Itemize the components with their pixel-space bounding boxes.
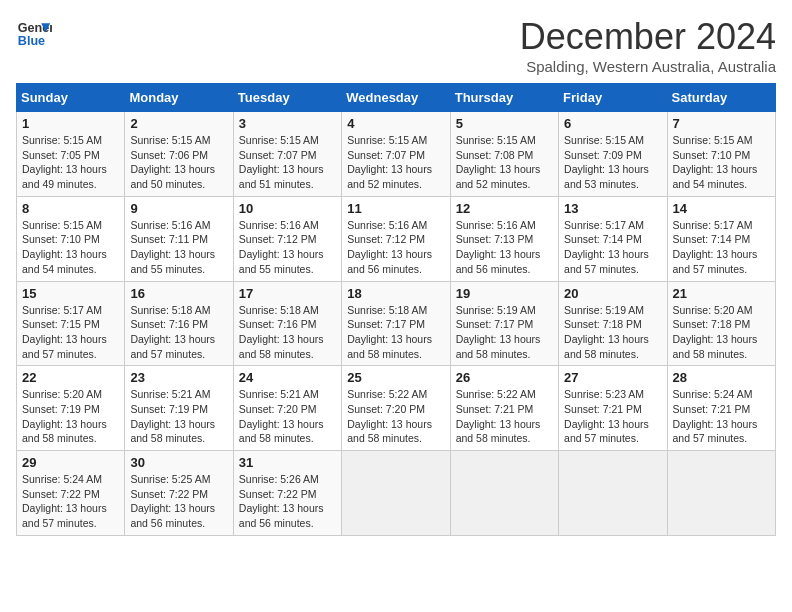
day-number: 17 [239, 286, 336, 301]
day-number: 16 [130, 286, 227, 301]
day-info: Sunrise: 5:19 AM Sunset: 7:17 PM Dayligh… [456, 303, 553, 362]
day-cell: 14Sunrise: 5:17 AM Sunset: 7:14 PM Dayli… [667, 196, 775, 281]
day-number: 23 [130, 370, 227, 385]
day-info: Sunrise: 5:17 AM Sunset: 7:14 PM Dayligh… [564, 218, 661, 277]
day-cell [342, 451, 450, 536]
day-cell: 26Sunrise: 5:22 AM Sunset: 7:21 PM Dayli… [450, 366, 558, 451]
day-info: Sunrise: 5:24 AM Sunset: 7:21 PM Dayligh… [673, 387, 770, 446]
day-info: Sunrise: 5:18 AM Sunset: 7:16 PM Dayligh… [130, 303, 227, 362]
day-cell: 16Sunrise: 5:18 AM Sunset: 7:16 PM Dayli… [125, 281, 233, 366]
day-info: Sunrise: 5:22 AM Sunset: 7:21 PM Dayligh… [456, 387, 553, 446]
day-info: Sunrise: 5:16 AM Sunset: 7:13 PM Dayligh… [456, 218, 553, 277]
day-info: Sunrise: 5:17 AM Sunset: 7:15 PM Dayligh… [22, 303, 119, 362]
day-number: 11 [347, 201, 444, 216]
day-number: 30 [130, 455, 227, 470]
day-number: 28 [673, 370, 770, 385]
day-info: Sunrise: 5:16 AM Sunset: 7:11 PM Dayligh… [130, 218, 227, 277]
day-header-saturday: Saturday [667, 84, 775, 112]
logo-icon: General Blue [16, 16, 52, 52]
day-info: Sunrise: 5:15 AM Sunset: 7:08 PM Dayligh… [456, 133, 553, 192]
day-number: 15 [22, 286, 119, 301]
day-number: 22 [22, 370, 119, 385]
week-row-2: 8Sunrise: 5:15 AM Sunset: 7:10 PM Daylig… [17, 196, 776, 281]
header-row: SundayMondayTuesdayWednesdayThursdayFrid… [17, 84, 776, 112]
day-cell: 3Sunrise: 5:15 AM Sunset: 7:07 PM Daylig… [233, 112, 341, 197]
day-number: 5 [456, 116, 553, 131]
day-cell: 30Sunrise: 5:25 AM Sunset: 7:22 PM Dayli… [125, 451, 233, 536]
week-row-5: 29Sunrise: 5:24 AM Sunset: 7:22 PM Dayli… [17, 451, 776, 536]
day-number: 18 [347, 286, 444, 301]
day-header-sunday: Sunday [17, 84, 125, 112]
day-number: 26 [456, 370, 553, 385]
day-number: 13 [564, 201, 661, 216]
day-number: 3 [239, 116, 336, 131]
day-cell: 25Sunrise: 5:22 AM Sunset: 7:20 PM Dayli… [342, 366, 450, 451]
day-cell: 24Sunrise: 5:21 AM Sunset: 7:20 PM Dayli… [233, 366, 341, 451]
day-cell: 19Sunrise: 5:19 AM Sunset: 7:17 PM Dayli… [450, 281, 558, 366]
day-cell: 1Sunrise: 5:15 AM Sunset: 7:05 PM Daylig… [17, 112, 125, 197]
day-number: 10 [239, 201, 336, 216]
day-info: Sunrise: 5:18 AM Sunset: 7:17 PM Dayligh… [347, 303, 444, 362]
day-number: 2 [130, 116, 227, 131]
day-number: 29 [22, 455, 119, 470]
day-cell: 17Sunrise: 5:18 AM Sunset: 7:16 PM Dayli… [233, 281, 341, 366]
day-info: Sunrise: 5:20 AM Sunset: 7:18 PM Dayligh… [673, 303, 770, 362]
day-info: Sunrise: 5:15 AM Sunset: 7:10 PM Dayligh… [22, 218, 119, 277]
title-block: December 2024 Spalding, Western Australi… [520, 16, 776, 75]
calendar-table: SundayMondayTuesdayWednesdayThursdayFrid… [16, 83, 776, 536]
day-header-tuesday: Tuesday [233, 84, 341, 112]
day-number: 19 [456, 286, 553, 301]
day-cell [667, 451, 775, 536]
week-row-4: 22Sunrise: 5:20 AM Sunset: 7:19 PM Dayli… [17, 366, 776, 451]
day-number: 1 [22, 116, 119, 131]
day-info: Sunrise: 5:15 AM Sunset: 7:09 PM Dayligh… [564, 133, 661, 192]
day-cell: 12Sunrise: 5:16 AM Sunset: 7:13 PM Dayli… [450, 196, 558, 281]
day-info: Sunrise: 5:23 AM Sunset: 7:21 PM Dayligh… [564, 387, 661, 446]
day-cell: 22Sunrise: 5:20 AM Sunset: 7:19 PM Dayli… [17, 366, 125, 451]
day-cell: 15Sunrise: 5:17 AM Sunset: 7:15 PM Dayli… [17, 281, 125, 366]
week-row-3: 15Sunrise: 5:17 AM Sunset: 7:15 PM Dayli… [17, 281, 776, 366]
day-info: Sunrise: 5:17 AM Sunset: 7:14 PM Dayligh… [673, 218, 770, 277]
day-info: Sunrise: 5:21 AM Sunset: 7:19 PM Dayligh… [130, 387, 227, 446]
day-number: 27 [564, 370, 661, 385]
day-cell: 20Sunrise: 5:19 AM Sunset: 7:18 PM Dayli… [559, 281, 667, 366]
day-cell: 28Sunrise: 5:24 AM Sunset: 7:21 PM Dayli… [667, 366, 775, 451]
day-info: Sunrise: 5:15 AM Sunset: 7:07 PM Dayligh… [239, 133, 336, 192]
day-number: 14 [673, 201, 770, 216]
day-cell: 27Sunrise: 5:23 AM Sunset: 7:21 PM Dayli… [559, 366, 667, 451]
day-number: 31 [239, 455, 336, 470]
day-cell: 11Sunrise: 5:16 AM Sunset: 7:12 PM Dayli… [342, 196, 450, 281]
day-info: Sunrise: 5:15 AM Sunset: 7:07 PM Dayligh… [347, 133, 444, 192]
day-cell [450, 451, 558, 536]
day-number: 21 [673, 286, 770, 301]
day-cell: 7Sunrise: 5:15 AM Sunset: 7:10 PM Daylig… [667, 112, 775, 197]
day-number: 4 [347, 116, 444, 131]
day-number: 6 [564, 116, 661, 131]
day-info: Sunrise: 5:15 AM Sunset: 7:05 PM Dayligh… [22, 133, 119, 192]
day-cell: 6Sunrise: 5:15 AM Sunset: 7:09 PM Daylig… [559, 112, 667, 197]
day-info: Sunrise: 5:19 AM Sunset: 7:18 PM Dayligh… [564, 303, 661, 362]
day-cell: 23Sunrise: 5:21 AM Sunset: 7:19 PM Dayli… [125, 366, 233, 451]
day-cell: 29Sunrise: 5:24 AM Sunset: 7:22 PM Dayli… [17, 451, 125, 536]
day-cell [559, 451, 667, 536]
day-number: 25 [347, 370, 444, 385]
day-cell: 31Sunrise: 5:26 AM Sunset: 7:22 PM Dayli… [233, 451, 341, 536]
day-header-wednesday: Wednesday [342, 84, 450, 112]
day-header-friday: Friday [559, 84, 667, 112]
day-info: Sunrise: 5:16 AM Sunset: 7:12 PM Dayligh… [347, 218, 444, 277]
day-cell: 4Sunrise: 5:15 AM Sunset: 7:07 PM Daylig… [342, 112, 450, 197]
day-cell: 10Sunrise: 5:16 AM Sunset: 7:12 PM Dayli… [233, 196, 341, 281]
day-number: 12 [456, 201, 553, 216]
day-header-monday: Monday [125, 84, 233, 112]
page-header: General Blue December 2024 Spalding, Wes… [16, 16, 776, 75]
svg-text:Blue: Blue [18, 34, 45, 48]
day-cell: 2Sunrise: 5:15 AM Sunset: 7:06 PM Daylig… [125, 112, 233, 197]
day-info: Sunrise: 5:18 AM Sunset: 7:16 PM Dayligh… [239, 303, 336, 362]
day-info: Sunrise: 5:21 AM Sunset: 7:20 PM Dayligh… [239, 387, 336, 446]
logo: General Blue [16, 16, 52, 52]
week-row-1: 1Sunrise: 5:15 AM Sunset: 7:05 PM Daylig… [17, 112, 776, 197]
day-cell: 5Sunrise: 5:15 AM Sunset: 7:08 PM Daylig… [450, 112, 558, 197]
day-info: Sunrise: 5:24 AM Sunset: 7:22 PM Dayligh… [22, 472, 119, 531]
day-info: Sunrise: 5:20 AM Sunset: 7:19 PM Dayligh… [22, 387, 119, 446]
day-cell: 13Sunrise: 5:17 AM Sunset: 7:14 PM Dayli… [559, 196, 667, 281]
